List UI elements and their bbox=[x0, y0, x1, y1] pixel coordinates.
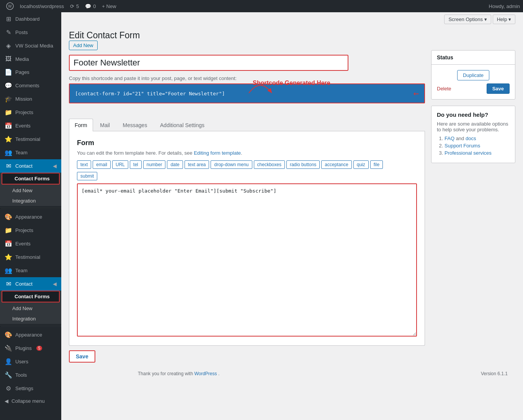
wordpress-link[interactable]: WordPress bbox=[194, 371, 217, 376]
help-panel-description: Here are some available options to help … bbox=[437, 121, 510, 132]
delete-link[interactable]: Delete bbox=[437, 86, 451, 92]
sidebar-item-events-2[interactable]: 📅 Events bbox=[0, 237, 61, 250]
sidebar-item-contact-2[interactable]: ✉ Contact ◀ Contact Forms Add New Integr… bbox=[0, 277, 61, 324]
sidebar-item-testimonial[interactable]: ⭐ Testimonial bbox=[0, 132, 61, 146]
shortcode-value: [contact-form-7 id="21" title="Footer Ne… bbox=[75, 91, 225, 96]
faq-link[interactable]: FAQ bbox=[445, 136, 454, 141]
new-content-link[interactable]: + New bbox=[99, 0, 119, 12]
wp-logo-icon: W bbox=[6, 2, 14, 10]
admin-sidebar: ⊞ Dashboard ✎ Posts ◈ VW Social Media 🖼 bbox=[0, 12, 61, 420]
save-button[interactable]: Save bbox=[487, 83, 510, 94]
sidebar-item-team-2[interactable]: 👥 Team bbox=[0, 264, 61, 277]
sidebar-item-testimonial-2[interactable]: ⭐ Testimonial bbox=[0, 250, 61, 264]
site-name-item[interactable]: localhost/wordpress bbox=[17, 0, 67, 12]
add-new-link-2[interactable]: Add New bbox=[0, 303, 61, 314]
sidebar-item-events[interactable]: 📅 Events bbox=[0, 119, 61, 132]
form-title-input[interactable] bbox=[69, 55, 348, 71]
help-button[interactable]: Help ▾ bbox=[493, 15, 515, 24]
sidebar-item-pages[interactable]: 📄 Pages bbox=[0, 65, 61, 79]
pages-icon: 📄 bbox=[5, 69, 12, 76]
vw-social-icon: ◈ bbox=[5, 42, 12, 49]
tag-btn-dropdown[interactable]: drop-down menu bbox=[211, 160, 252, 169]
add-new-button[interactable]: Add New bbox=[69, 41, 98, 50]
integration-link[interactable]: Integration bbox=[0, 196, 61, 206]
sidebar-item-contact[interactable]: ✉ Contact ◀ Contact Forms Add New Integr… bbox=[0, 159, 61, 206]
comments-item[interactable]: 💬 0 bbox=[82, 0, 99, 12]
tag-btn-textarea[interactable]: text area bbox=[185, 160, 209, 169]
tag-btn-submit[interactable]: submit bbox=[77, 172, 97, 180]
tag-btn-checkboxes[interactable]: checkboxes bbox=[254, 160, 285, 169]
tab-messages[interactable]: Messages bbox=[117, 119, 153, 131]
sidebar-item-vw-social-media[interactable]: ◈ VW Social Media bbox=[0, 39, 61, 52]
sidebar-item-settings[interactable]: ⚙ Settings bbox=[0, 382, 61, 395]
editing-template-link[interactable]: Editing form template bbox=[194, 150, 241, 156]
site-name-link[interactable]: localhost/wordpress bbox=[17, 0, 67, 12]
help-panel-title: Do you need help? bbox=[437, 111, 510, 118]
professional-services-link[interactable]: Professional services bbox=[445, 150, 492, 156]
sidebar-item-projects[interactable]: 📁 Projects bbox=[0, 106, 61, 119]
svg-text:W: W bbox=[8, 4, 12, 8]
sidebar-subitem-integration-2[interactable]: Integration bbox=[0, 314, 61, 324]
contact-forms-link[interactable]: Contact Forms bbox=[2, 173, 59, 184]
sidebar-subitem-integration[interactable]: Integration bbox=[0, 196, 61, 206]
wp-logo-link[interactable]: W bbox=[3, 0, 17, 12]
docs-link[interactable]: docs bbox=[466, 136, 476, 141]
media-icon: 🖼 bbox=[5, 56, 12, 62]
sidebar-item-appearance-2[interactable]: 🎨 Appearance bbox=[0, 328, 61, 342]
footer: Thank you for creating with WordPress . … bbox=[130, 366, 515, 381]
tag-btn-email[interactable]: email bbox=[93, 160, 111, 169]
sidebar-subitem-contact-forms[interactable]: Contact Forms bbox=[0, 173, 61, 185]
tab-form[interactable]: Form bbox=[69, 119, 93, 131]
shortcode-arrow-symbol: ← bbox=[413, 88, 419, 99]
tag-btn-number[interactable]: number bbox=[143, 160, 166, 169]
screen-options-button[interactable]: Screen Options ▾ bbox=[444, 15, 491, 24]
sidebar-item-dashboard[interactable]: ⊞ Dashboard bbox=[0, 12, 61, 26]
events-icon: 📅 bbox=[5, 122, 12, 129]
contact-forms-link-2[interactable]: Contact Forms bbox=[2, 291, 59, 302]
sidebar-item-tools[interactable]: 🔧 Tools bbox=[0, 368, 61, 382]
new-content-item[interactable]: + New bbox=[99, 0, 119, 12]
tag-btn-quiz[interactable]: quiz bbox=[353, 160, 369, 169]
sidebar-item-projects-2[interactable]: 📁 Projects bbox=[0, 224, 61, 237]
sidebar-label-team: Team bbox=[15, 150, 28, 155]
collapse-menu[interactable]: ◀ Collapse menu bbox=[0, 395, 61, 407]
tag-btn-date[interactable]: date bbox=[167, 160, 183, 169]
sidebar-item-plugins[interactable]: 🔌 Plugins 5 bbox=[0, 342, 61, 355]
posts-icon: ✎ bbox=[5, 29, 12, 36]
support-forums-link[interactable]: Support Forums bbox=[445, 143, 480, 149]
footer-thanks: Thank you for creating with bbox=[138, 371, 194, 376]
sidebar-item-team[interactable]: 👥 Team bbox=[0, 146, 61, 159]
sidebar-item-media[interactable]: 🖼 Media bbox=[0, 52, 61, 65]
help-item-faq: FAQ and docs bbox=[445, 136, 510, 141]
tag-btn-text[interactable]: text bbox=[77, 160, 91, 169]
tag-btn-tel[interactable]: tel bbox=[130, 160, 142, 169]
sidebar-subitem-add-new[interactable]: Add New bbox=[0, 185, 61, 196]
add-new-link[interactable]: Add New bbox=[0, 185, 61, 196]
new-content-label: + New bbox=[102, 3, 116, 9]
duplicate-button[interactable]: Duplicate bbox=[457, 70, 489, 80]
sidebar-subitem-add-new-2[interactable]: Add New bbox=[0, 303, 61, 314]
tab-mail[interactable]: Mail bbox=[94, 119, 116, 131]
sidebar-label-appearance-2: Appearance bbox=[15, 332, 42, 338]
sidebar-subitem-contact-forms-2[interactable]: Contact Forms bbox=[0, 291, 61, 302]
tab-additional-settings[interactable]: Additional Settings bbox=[154, 119, 210, 131]
sidebar-item-appearance[interactable]: 🎨 Appearance bbox=[0, 210, 61, 224]
revisions-item[interactable]: ⟳ 5 bbox=[67, 0, 82, 12]
tag-btn-radio[interactable]: radio buttons bbox=[286, 160, 320, 169]
sidebar-label-plugins: Plugins bbox=[15, 345, 32, 351]
sidebar-item-mission[interactable]: 🎓 Mission bbox=[0, 92, 61, 106]
revisions-link[interactable]: ⟳ 5 bbox=[67, 0, 82, 12]
tag-btn-url[interactable]: URL bbox=[112, 160, 128, 169]
form-content-textarea[interactable]: [email* your-email placeholder "Enter Em… bbox=[77, 183, 417, 337]
tag-btn-file[interactable]: file bbox=[370, 160, 383, 169]
bottom-save-button[interactable]: Save bbox=[69, 350, 95, 363]
wp-logo-item[interactable]: W bbox=[3, 0, 17, 12]
comments-link[interactable]: 💬 0 bbox=[82, 0, 99, 12]
tag-btn-acceptance[interactable]: acceptance bbox=[321, 160, 351, 169]
integration-link-2[interactable]: Integration bbox=[0, 314, 61, 324]
contact-icon: ✉ bbox=[5, 162, 12, 170]
sidebar-label-testimonial: Testimonial bbox=[15, 136, 40, 142]
sidebar-item-comments[interactable]: 💬 Comments bbox=[0, 79, 61, 92]
sidebar-item-posts[interactable]: ✎ Posts bbox=[0, 26, 61, 39]
sidebar-item-users[interactable]: 👤 Users bbox=[0, 355, 61, 368]
